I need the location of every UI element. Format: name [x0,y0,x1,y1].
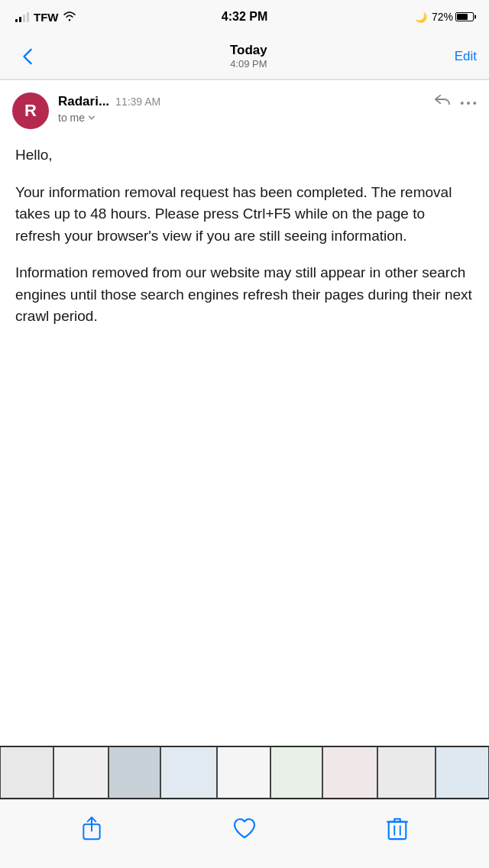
sender-actions [431,92,477,110]
email-header: R Radari... 11:39 AM [0,80,489,135]
share-button[interactable] [73,809,111,847]
avatar: R [12,92,49,129]
sender-info: Radari... 11:39 AM [58,92,477,124]
status-bar: TFW 4:32 PM 🌙 72% [0,0,489,34]
sender-name: Radari... [58,94,109,109]
edit-button[interactable]: Edit [455,49,477,64]
nav-subtitle: 4:09 PM [230,58,267,70]
email-paragraph-1: Your information removal request has bee… [15,182,474,248]
to-me-row[interactable]: to me [58,112,477,124]
thumbnail-7[interactable] [322,747,377,798]
back-button[interactable] [12,48,43,65]
favorite-button[interactable] [225,809,264,847]
status-left: TFW [15,11,76,24]
thumbnail-1[interactable] [0,747,53,798]
thumbnail-4[interactable] [160,747,217,798]
bottom-toolbar [0,799,489,868]
svg-point-0 [461,102,464,105]
moon-icon: 🌙 [415,11,427,23]
wifi-icon [63,11,76,24]
email-paragraph-2: Information removed from our website may… [15,262,474,328]
svg-point-1 [467,102,470,105]
thumbnail-3[interactable] [108,747,160,798]
battery-icon [455,12,474,21]
sender-row: Radari... 11:39 AM [58,92,477,110]
email-body: Hello, Your information removal request … [0,135,489,355]
nav-bar: Today 4:09 PM Edit [0,34,489,79]
chevron-down-icon [88,114,96,121]
battery-container: 72% [432,11,474,23]
battery-percent: 72% [432,11,453,23]
svg-point-2 [473,102,476,105]
thumbnail-5[interactable] [217,747,270,798]
more-icon[interactable] [460,93,477,109]
thumbnail-8[interactable] [377,747,436,798]
signal-icon [15,11,29,22]
sender-time: 11:39 AM [115,96,160,108]
email-greeting: Hello, [15,144,474,167]
delete-button[interactable] [378,809,416,847]
carrier-label: TFW [34,11,58,24]
status-time: 4:32 PM [222,10,267,24]
svg-rect-4 [389,821,406,839]
nav-center: Today 4:09 PM [230,43,267,70]
thumbnail-6[interactable] [270,747,322,798]
to-me-label: to me [58,112,85,124]
thumbnail-2[interactable] [53,747,108,798]
nav-title: Today [230,43,267,58]
thumbnail-9[interactable] [436,747,489,798]
status-right: 🌙 72% [415,11,474,23]
thumbnails-strip [0,746,489,799]
reply-icon[interactable] [434,92,451,110]
